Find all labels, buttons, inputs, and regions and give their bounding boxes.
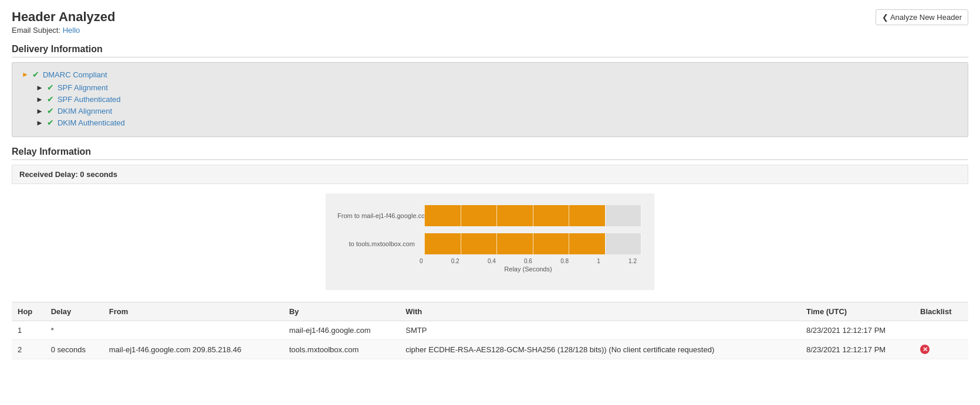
col-blacklist: Blacklist bbox=[914, 302, 968, 321]
x-axis-label: Relay (Seconds) bbox=[420, 266, 637, 273]
cell-time: 8/23/2021 12:12:17 PM bbox=[800, 340, 914, 359]
email-subject-value[interactable]: Hello bbox=[63, 26, 80, 35]
bar-track-2 bbox=[424, 233, 641, 254]
relay-table: Hop Delay From By With Time (UTC) Blackl… bbox=[12, 302, 968, 359]
col-with: With bbox=[400, 302, 800, 321]
bar-track-1 bbox=[424, 205, 641, 226]
x-tick-3: 0.6 bbox=[524, 258, 532, 264]
dmarc-chevron-icon: ► bbox=[22, 70, 29, 79]
cell-by: tools.mxtoolbox.com bbox=[283, 340, 400, 359]
spf-alignment-chevron-icon: ► bbox=[36, 83, 43, 92]
received-delay-bar: Received Delay: 0 seconds bbox=[12, 165, 968, 184]
bar-row-1: From to mail-ej1-f46.google.com bbox=[420, 205, 643, 226]
email-subject-line: Email Subject: Hello bbox=[12, 26, 115, 35]
x-tick-0: 0 bbox=[420, 258, 423, 264]
x-tick-1: 0.2 bbox=[451, 258, 459, 264]
dkim-alignment-check-icon: ✔ bbox=[47, 106, 54, 115]
spf-alignment-check-icon: ✔ bbox=[47, 83, 54, 92]
blacklist-error-icon[interactable]: ✕ bbox=[920, 345, 930, 354]
x-tick-5: 1 bbox=[597, 258, 600, 264]
dkim-alignment-chevron-icon: ► bbox=[36, 107, 43, 115]
spf-authenticated-chevron-icon: ► bbox=[36, 95, 43, 104]
dkim-authenticated-chevron-icon: ► bbox=[36, 118, 43, 127]
table-row: 1*mail-ej1-f46.google.comSMTP8/23/2021 1… bbox=[12, 321, 968, 340]
cell-with: SMTP bbox=[400, 321, 800, 340]
cell-with: cipher ECDHE-RSA-AES128-GCM-SHA256 (128/… bbox=[400, 340, 800, 359]
cell-time: 8/23/2021 12:12:17 PM bbox=[800, 321, 914, 340]
chart-area: From to mail-ej1-f46.google.com bbox=[326, 193, 654, 290]
x-tick-2: 0.4 bbox=[488, 258, 496, 264]
relay-section-title: Relay Information bbox=[12, 147, 968, 160]
cell-blacklist bbox=[914, 321, 968, 340]
cell-hop: 1 bbox=[12, 321, 45, 340]
delivery-information-box: ► ✔ DMARC Compliant ► ✔ SPF Alignment ► … bbox=[12, 62, 968, 137]
spf-authenticated-link[interactable]: SPF Authenticated bbox=[58, 95, 121, 104]
x-tick-6: 1.2 bbox=[628, 258, 637, 264]
page-title: Header Analyzed bbox=[12, 9, 115, 25]
spf-alignment-link[interactable]: SPF Alignment bbox=[58, 83, 108, 92]
received-delay-value: 0 seconds bbox=[80, 170, 117, 179]
dkim-authenticated-link[interactable]: DKIM Authenticated bbox=[58, 118, 125, 127]
col-hop: Hop bbox=[12, 302, 45, 321]
dkim-authenticated-row[interactable]: ► ✔ DKIM Authenticated bbox=[36, 118, 958, 127]
bar-fill-2 bbox=[424, 233, 605, 254]
chart-inner: From to mail-ej1-f46.google.com bbox=[420, 205, 643, 254]
table-row: 20 secondsmail-ej1-f46.google.com 209.85… bbox=[12, 340, 968, 359]
spf-authenticated-check-icon: ✔ bbox=[47, 94, 54, 104]
analyze-new-header-button[interactable]: ❮ Analyze New Header bbox=[876, 9, 968, 25]
col-from: From bbox=[103, 302, 283, 321]
col-by: By bbox=[283, 302, 400, 321]
dmarc-compliant-link[interactable]: DMARC Compliant bbox=[43, 70, 107, 79]
bar-label-2: to tools.mxtoolbox.com bbox=[337, 240, 420, 247]
bar-fill-1 bbox=[424, 205, 605, 226]
cell-blacklist: ✕ bbox=[914, 340, 968, 359]
spf-authenticated-row[interactable]: ► ✔ SPF Authenticated bbox=[36, 94, 958, 104]
bar-label-1: From to mail-ej1-f46.google.com bbox=[337, 212, 420, 219]
email-subject-label: Email Subject: bbox=[12, 26, 60, 35]
dkim-alignment-link[interactable]: DKIM Alignment bbox=[58, 107, 112, 115]
cell-by: mail-ej1-f46.google.com bbox=[283, 321, 400, 340]
dkim-alignment-row[interactable]: ► ✔ DKIM Alignment bbox=[36, 106, 958, 115]
dmarc-compliant-row[interactable]: ► ✔ DMARC Compliant bbox=[22, 70, 958, 79]
delivery-section-title: Delivery Information bbox=[12, 44, 968, 57]
dkim-authenticated-check-icon: ✔ bbox=[47, 118, 54, 127]
cell-delay: * bbox=[45, 321, 103, 340]
chart-x-axis: 0 0.2 0.4 0.6 0.8 1 1.2 Relay (Seconds) bbox=[420, 258, 637, 273]
cell-from bbox=[103, 321, 283, 340]
received-delay-label: Received Delay: bbox=[19, 170, 78, 179]
dmarc-check-icon: ✔ bbox=[32, 70, 39, 79]
spf-alignment-row[interactable]: ► ✔ SPF Alignment bbox=[36, 83, 958, 92]
table-header-row: Hop Delay From By With Time (UTC) Blackl… bbox=[12, 302, 968, 321]
relay-section: Relay Information Received Delay: 0 seco… bbox=[12, 147, 968, 359]
relay-chart: From to mail-ej1-f46.google.com bbox=[12, 193, 968, 290]
col-time: Time (UTC) bbox=[800, 302, 914, 321]
bar-row-2: to tools.mxtoolbox.com bbox=[420, 233, 643, 254]
x-tick-4: 0.8 bbox=[560, 258, 569, 264]
x-ticks: 0 0.2 0.4 0.6 0.8 1 1.2 bbox=[420, 258, 637, 264]
cell-delay: 0 seconds bbox=[45, 340, 103, 359]
col-delay: Delay bbox=[45, 302, 103, 321]
cell-hop: 2 bbox=[12, 340, 45, 359]
cell-from: mail-ej1-f46.google.com 209.85.218.46 bbox=[103, 340, 283, 359]
